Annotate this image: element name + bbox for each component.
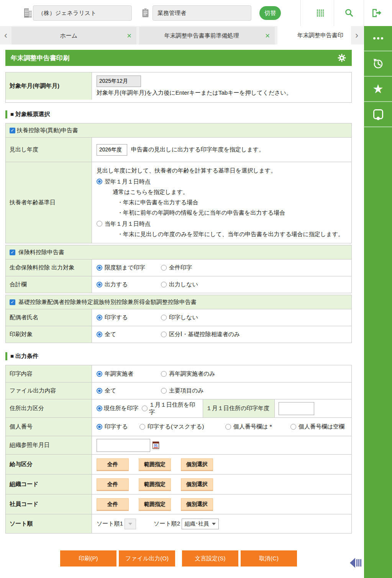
role-input[interactable] [153, 5, 251, 21]
insatsu-option-kubun[interactable]: 区分Ⅰ・基礎控除相違者のみ [161, 331, 240, 338]
file-option-all[interactable]: 全て [97, 387, 161, 394]
radio-icon [97, 179, 102, 184]
gokei-row: 合計欄 出力する 出力しない [6, 276, 351, 293]
hoken-checkbox[interactable] [10, 250, 15, 255]
kijunbi-option-next-year[interactable]: 翌年１月１日時点 [97, 176, 347, 187]
tab-close-icon[interactable]: ✕ [127, 32, 132, 39]
favorites-star-icon[interactable]: ★ [364, 77, 392, 102]
output-table: 印字内容 年調実施者 再年調実施者のみ ファイル出力内容 [5, 365, 352, 534]
topbar-divider [364, 0, 364, 26]
jusho-option-jan1[interactable]: １月１日住所を印字 [142, 401, 199, 416]
insatsu-taisho-row: 印刷対象 全て 区分Ⅰ・基礎控除相違者のみ [6, 326, 351, 343]
sort2-label: ソート順2 [154, 520, 180, 527]
fuyo-checkbox[interactable] [10, 128, 15, 133]
option-label: 出力しない [169, 281, 198, 288]
option-label: 主要項目のみ [169, 387, 204, 394]
kojin-option-asterisk[interactable]: 個人番号欄は＊ [225, 423, 290, 430]
tabs-prev-icon[interactable]: ‹ [0, 26, 11, 44]
sort2-select[interactable]: 組織･社員 [182, 519, 219, 529]
kijunbi-intro: 見出し年度に対して、扶養者の年齢を計算する基準日を選択します。 [97, 165, 347, 176]
shain-range-button[interactable]: 範囲指定 [139, 498, 171, 510]
logout-icon[interactable] [365, 0, 388, 26]
shain-all-button[interactable]: 全件 [97, 498, 129, 510]
seimei-option-limit[interactable]: 限度額まで印字 [97, 264, 161, 271]
chevron-down-icon [212, 523, 216, 525]
search-icon[interactable] [338, 0, 361, 26]
kijunbi-note: ・年末に見出しの年度のみを翌年にして、当年の申告書を出力する場合に指定します。 [97, 229, 347, 239]
radio-icon [161, 265, 167, 271]
gokei-option-output[interactable]: 出力する [97, 281, 161, 288]
jusho-option-current[interactable]: 現住所を印字 [97, 405, 142, 412]
right-sidebar: ★ [364, 26, 392, 578]
midashi-nendo-input[interactable] [97, 144, 127, 156]
wording-settings-button[interactable]: 文言設定(S) [182, 550, 238, 567]
switch-button[interactable]: 切替 [259, 6, 281, 20]
kojin-option-mask[interactable]: 印字する(マスクする) [139, 423, 225, 430]
kijunbi-option-this-year[interactable]: 当年１月１日時点 [97, 218, 347, 229]
collapse-panel-icon[interactable] [350, 558, 364, 570]
kojin-option-print[interactable]: 印字する [97, 423, 139, 430]
option-label: 個人番号欄は＊ [233, 423, 274, 430]
jusho-year-input[interactable] [279, 402, 314, 415]
inji-option-sainencho[interactable]: 再年調実施者のみ [161, 370, 215, 378]
sort2-value: 組織･社員 [185, 521, 209, 527]
kijunbi-note: ・年初に前年の年調時の情報を元に当年の申告書を出力する場合 [97, 207, 347, 218]
radio-icon [97, 406, 102, 411]
seimei-option-all[interactable]: 全件印字 [161, 264, 192, 271]
kyuyo-all-button[interactable]: 全件 [97, 458, 129, 470]
tab-close-icon[interactable]: ✕ [265, 32, 270, 39]
tab-home[interactable]: ホーム ✕ [11, 27, 136, 44]
insatsu-taisho-cell: 全て 区分Ⅰ・基礎控除相違者のみ [92, 326, 351, 343]
cancel-button[interactable]: 取消(C) [241, 550, 297, 567]
radio-icon [161, 388, 167, 394]
kyuyo-kubun-label: 給与区分 [6, 455, 92, 474]
tab-label: 年末調整申告書印 [282, 32, 346, 39]
tab-nencho-preparation[interactable]: 年末調整申告書事前準備処理 ✕ [139, 27, 275, 44]
soshiki-all-button[interactable]: 全件 [97, 478, 129, 490]
hoken-header-row: 保険料控除申告書 [6, 245, 351, 259]
kiso-checkbox[interactable] [10, 299, 15, 305]
section-forms-title: ■ 対象帳票選択 [10, 111, 50, 118]
inji-naiyo-label: 印字内容 [6, 365, 92, 382]
haigusha-option-print[interactable]: 印字する [97, 314, 161, 321]
gear-icon[interactable] [337, 53, 346, 62]
tab-label: ホーム [16, 32, 121, 39]
soshiki-individual-button[interactable]: 個別選択 [181, 478, 213, 490]
tabs-next-icon[interactable]: › [351, 26, 362, 44]
kojin-option-blank[interactable]: 個人番号欄は空欄 [290, 423, 344, 430]
shain-individual-button[interactable]: 個別選択 [181, 498, 213, 510]
soshiki-code-label: 組織コード [6, 475, 92, 494]
memo-board-icon[interactable] [364, 102, 392, 127]
seimei-label: 生命保険料控除 出力対象 [6, 259, 92, 276]
kyuyo-range-button[interactable]: 範囲指定 [139, 458, 171, 470]
company-input[interactable] [33, 5, 132, 21]
file-output-button[interactable]: ファイル出力(O) [119, 550, 175, 567]
soshiki-date-input[interactable] [97, 439, 150, 452]
file-naiyo-label: ファイル出力内容 [6, 383, 92, 399]
tab-nencho-print[interactable]: 年末調整申告書印 [277, 26, 351, 44]
more-icon[interactable] [364, 26, 392, 51]
shain-code-label: 社員コード [6, 494, 92, 514]
option-label: 印字する [105, 423, 128, 430]
topbar-divider [334, 0, 334, 26]
gokei-option-no-output[interactable]: 出力しない [161, 281, 198, 288]
apps-grid-icon[interactable] [309, 0, 332, 26]
kijunbi-note: 通常はこちらを指定します。 [97, 187, 347, 197]
sort1-select[interactable] [125, 519, 136, 529]
target-month-input[interactable] [97, 76, 141, 87]
soshiki-range-button[interactable]: 範囲指定 [139, 478, 171, 490]
haigusha-option-no-print[interactable]: 印字しない [161, 314, 198, 321]
insatsu-option-all[interactable]: 全て [97, 331, 161, 338]
history-icon[interactable] [364, 51, 392, 77]
inji-naiyo-row: 印字内容 年調実施者 再年調実施者のみ [6, 365, 351, 382]
section-output-title: ■ 出力条件 [10, 353, 38, 360]
print-button[interactable]: 印刷(P) [60, 550, 116, 567]
inji-option-nencho[interactable]: 年調実施者 [97, 370, 161, 378]
topbar: 切替 [0, 0, 392, 26]
calendar-icon[interactable]: 31 [153, 442, 159, 449]
kyuyo-individual-button[interactable]: 個別選択 [181, 458, 213, 470]
soshiki-date-cell: 31 [92, 436, 351, 454]
option-label: １月１日住所を印字 [149, 401, 199, 416]
file-option-main-only[interactable]: 主要項目のみ [161, 387, 204, 394]
gokei-label: 合計欄 [6, 276, 92, 293]
